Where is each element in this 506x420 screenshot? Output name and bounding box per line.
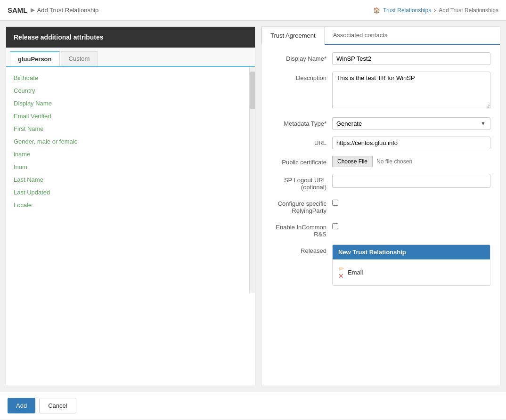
attr-display-name[interactable]: Display Name (14, 97, 247, 110)
url-wrap (332, 137, 490, 149)
breadcrumb: 🏠 Trust Relationships › Add Trust Relati… (373, 7, 498, 14)
brand-arrow: ▶ (31, 7, 34, 13)
display-name-wrap (332, 52, 490, 65)
attr-iname[interactable]: iname (14, 148, 247, 161)
released-item-icons: ✏ ✕ (338, 265, 344, 280)
scroll-thumb[interactable] (250, 72, 255, 109)
tab-trust-agreement[interactable]: Trust Agreement (261, 27, 325, 45)
metadata-type-wrap: Generate File URI (332, 117, 490, 130)
enable-incommon-row: Enable InCommon R&S (271, 221, 490, 238)
metadata-type-row: Metadata Type* Generate File URI (271, 117, 490, 130)
main-content: Release additional attributes gluuPerson… (0, 21, 506, 392)
url-label: URL (271, 137, 332, 146)
released-popup: New Trust Relationship ✏ ✕ Email (332, 244, 490, 286)
home-icon: 🏠 (373, 7, 380, 14)
metadata-type-label: Metadata Type* (271, 117, 332, 127)
url-row: URL (271, 137, 490, 149)
description-textarea[interactable] (332, 72, 490, 109)
add-button[interactable]: Add (8, 398, 35, 413)
attr-first-name[interactable]: First Name (14, 122, 247, 135)
configure-rp-row: Configure specific RelyingParty (271, 197, 490, 214)
breadcrumb-current: Add Trust Relationships (439, 7, 498, 14)
description-wrap (332, 72, 490, 111)
topbar: SAML ▶ Add Trust Relationship 🏠 Trust Re… (0, 0, 506, 21)
enable-incommon-wrap (332, 221, 490, 231)
choose-file-button[interactable]: Choose File (332, 156, 373, 167)
right-panel: Trust Agreement Associated contacts Disp… (261, 26, 500, 386)
released-item-email: ✏ ✕ Email (338, 263, 484, 282)
brand-label: SAML (8, 6, 28, 14)
configure-rp-label: Configure specific RelyingParty (271, 197, 332, 214)
attr-birthdate[interactable]: Birthdate (14, 72, 247, 84)
released-row: Released New Trust Relationship ✏ ✕ Emai… (271, 244, 490, 286)
released-popup-header: New Trust Relationship (333, 245, 490, 259)
sp-logout-input[interactable] (332, 174, 490, 188)
sp-logout-label: SP Logout URL (optional) (271, 174, 332, 191)
public-cert-wrap: Choose File No file chosen (332, 156, 490, 167)
attr-locale[interactable]: Locale (14, 199, 247, 211)
metadata-type-select-wrapper: Generate File URI (332, 117, 490, 130)
page-subtitle: Add Trust Relationship (37, 7, 99, 14)
public-cert-row: Public certificate Choose File No file c… (271, 156, 490, 167)
enable-incommon-label: Enable InCommon R&S (271, 221, 332, 238)
cancel-button[interactable]: Cancel (39, 398, 76, 413)
configure-rp-checkbox[interactable] (332, 200, 338, 206)
released-item-label: Email (348, 269, 363, 276)
scroll-track (249, 67, 255, 293)
file-upload-area: Choose File No file chosen (332, 156, 490, 167)
attr-inum[interactable]: Inum (14, 161, 247, 173)
attribute-tabs: gluuPerson Custom (6, 48, 255, 67)
topbar-brand-area: SAML ▶ Add Trust Relationship (8, 6, 98, 14)
right-panel-tabs: Trust Agreement Associated contacts (261, 27, 500, 45)
tab-associated-contacts[interactable]: Associated contacts (325, 27, 396, 44)
description-row: Description (271, 72, 490, 111)
remove-icon[interactable]: ✕ (338, 272, 344, 280)
url-input[interactable] (332, 137, 490, 149)
sp-logout-row: SP Logout URL (optional) (271, 174, 490, 191)
public-cert-label: Public certificate (271, 156, 332, 166)
configure-rp-wrap (332, 197, 490, 207)
enable-incommon-checkbox[interactable] (332, 223, 338, 229)
left-panel: Release additional attributes gluuPerson… (6, 26, 255, 386)
metadata-type-select[interactable]: Generate File URI (332, 117, 490, 130)
released-popup-body: ✏ ✕ Email (333, 259, 490, 285)
display-name-row: Display Name* (271, 52, 490, 65)
tab-gluuperson[interactable]: gluuPerson (10, 51, 60, 66)
attr-email-verified[interactable]: Email Verified (14, 110, 247, 122)
bottom-bar: Add Cancel (0, 392, 506, 419)
tab-custom[interactable]: Custom (61, 51, 98, 66)
pencil-icon[interactable]: ✏ (339, 265, 344, 272)
attribute-list: Birthdate Country Display Name Email Ver… (6, 67, 255, 293)
display-name-input[interactable] (332, 52, 490, 65)
display-name-label: Display Name* (271, 52, 332, 62)
breadcrumb-trust-relationships[interactable]: Trust Relationships (383, 7, 431, 14)
attr-last-updated[interactable]: Last Updated (14, 186, 247, 199)
attr-country[interactable]: Country (14, 84, 247, 97)
released-label: Released (271, 244, 332, 254)
released-wrap: New Trust Relationship ✏ ✕ Email (332, 244, 490, 286)
trust-agreement-form: Display Name* Description Metadata Type* (261, 45, 500, 300)
breadcrumb-sep: › (434, 7, 436, 14)
sp-logout-wrap (332, 174, 490, 188)
no-file-text: No file chosen (376, 158, 412, 165)
attr-gender[interactable]: Gender, male or female (14, 135, 247, 148)
attr-last-name[interactable]: Last Name (14, 173, 247, 186)
left-panel-header: Release additional attributes (6, 27, 255, 48)
description-label: Description (271, 72, 332, 81)
